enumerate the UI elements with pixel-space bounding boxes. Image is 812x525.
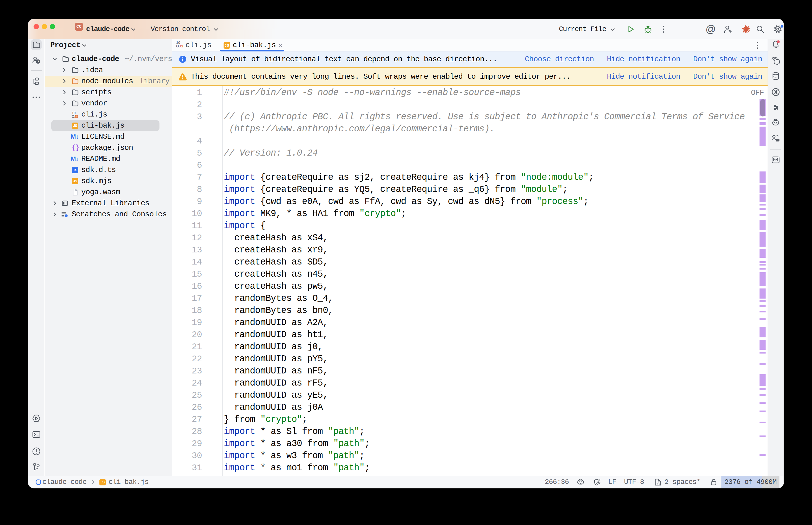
svg-text:?: ? [37, 60, 39, 63]
